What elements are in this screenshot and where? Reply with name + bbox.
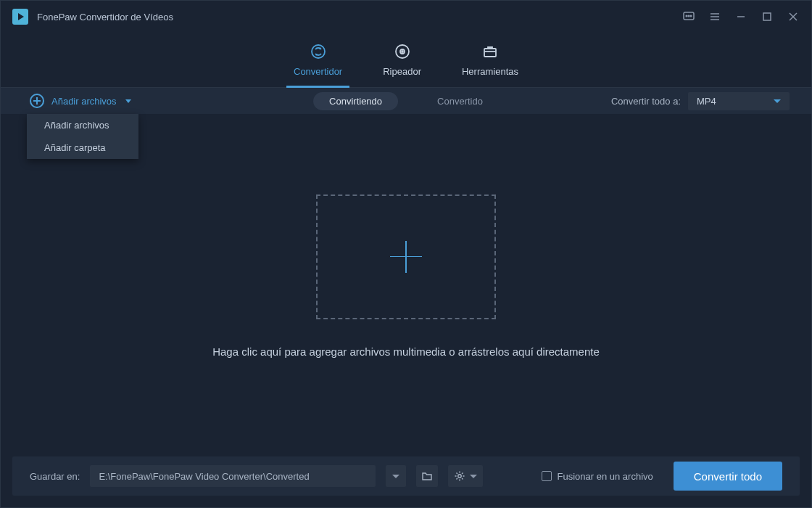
menu-icon[interactable]: [708, 10, 721, 23]
add-dropdown: Añadir archivos Añadir carpeta: [27, 114, 138, 159]
content-area: Haga clic aquí para agregar archivos mul…: [1, 114, 811, 455]
tab-converting[interactable]: Convirtiendo: [313, 92, 398, 110]
drop-zone-text: Haga clic aquí para agregar archivos mul…: [212, 345, 600, 358]
minimize-icon[interactable]: [734, 10, 747, 23]
save-path-dropdown[interactable]: [386, 465, 406, 487]
format-selected-value: MP4: [697, 96, 716, 107]
window-controls: [682, 10, 800, 23]
save-path-field[interactable]: E:\FonePaw\FonePaw Video Converter\Conve…: [90, 465, 376, 487]
svg-point-15: [402, 51, 403, 52]
converter-icon: [310, 43, 327, 60]
add-files-button[interactable]: Añadir archivos: [30, 94, 131, 108]
chevron-down-icon: [470, 475, 477, 478]
ripper-icon: [394, 43, 411, 60]
chevron-down-icon: [774, 99, 781, 103]
main-nav: Convertidor Ripeador Herramientas: [1, 33, 811, 88]
merge-label: Fusionar en un archivo: [558, 471, 653, 482]
open-folder-button[interactable]: [416, 465, 438, 487]
titlebar: FonePaw Convertidor de Vídeos: [1, 1, 811, 33]
svg-point-3: [688, 15, 689, 17]
feedback-icon[interactable]: [682, 10, 695, 23]
tab-converter[interactable]: Convertidor: [294, 33, 342, 88]
tab-ripper-label: Ripeador: [383, 66, 421, 77]
convert-all-button[interactable]: Convertir todo: [674, 462, 782, 491]
chevron-down-icon: [125, 99, 131, 103]
save-path-value: E:\FonePaw\FonePaw Video Converter\Conve…: [99, 471, 309, 482]
tab-tools[interactable]: Herramientas: [462, 33, 518, 88]
tab-tools-label: Herramientas: [462, 66, 518, 77]
chevron-down-icon: [392, 475, 399, 478]
plus-icon: [405, 241, 407, 273]
tab-converted[interactable]: Convertido: [421, 92, 499, 110]
format-select[interactable]: MP4: [688, 92, 790, 110]
merge-checkbox[interactable]: [542, 471, 552, 481]
gear-icon: [454, 470, 465, 482]
app-window: FonePaw Convertidor de Vídeos: [0, 0, 812, 508]
app-logo-icon: [12, 9, 28, 25]
svg-point-2: [686, 15, 687, 17]
maximize-icon[interactable]: [761, 10, 774, 23]
convert-all-to: Convertir todo a: MP4: [611, 92, 790, 110]
svg-point-12: [312, 45, 325, 58]
tab-converter-label: Convertidor: [294, 66, 342, 77]
sub-toolbar: Añadir archivos Añadir archivos Añadir c…: [1, 88, 811, 114]
svg-point-17: [458, 475, 461, 478]
save-in-label: Guardar en:: [30, 471, 80, 482]
status-tabs: Convirtiendo Convertido: [313, 92, 499, 110]
drop-zone[interactable]: [316, 194, 496, 319]
svg-point-4: [690, 15, 692, 17]
settings-button[interactable]: [448, 465, 483, 487]
folder-icon: [421, 470, 433, 482]
dropdown-add-files[interactable]: Añadir archivos: [27, 114, 138, 136]
svg-rect-16: [484, 49, 496, 57]
tools-icon: [481, 43, 499, 60]
svg-marker-0: [18, 13, 24, 20]
plus-circle-icon: [30, 94, 44, 108]
dropdown-add-folder[interactable]: Añadir carpeta: [27, 136, 138, 159]
add-files-label: Añadir archivos: [51, 96, 117, 107]
svg-rect-9: [763, 13, 771, 20]
tab-ripper[interactable]: Ripeador: [383, 33, 421, 88]
app-title: FonePaw Convertidor de Vídeos: [37, 12, 682, 22]
bottom-bar: Guardar en: E:\FonePaw\FonePaw Video Con…: [12, 456, 800, 496]
convert-all-to-label: Convertir todo a:: [611, 96, 681, 107]
close-icon[interactable]: [787, 10, 800, 23]
merge-option: Fusionar en un archivo: [542, 471, 653, 482]
